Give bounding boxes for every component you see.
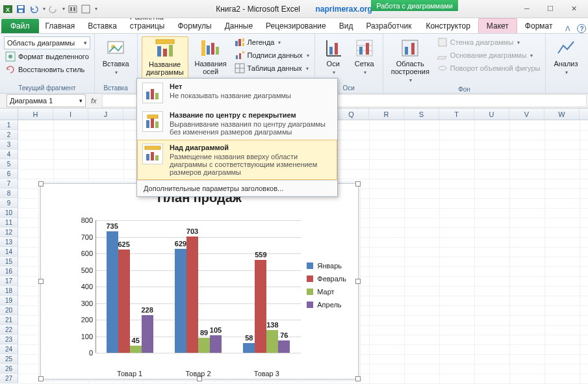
name-box[interactable]: Диаграмма 1▾ [6, 94, 86, 107]
row-header[interactable]: 27 [0, 374, 18, 383]
row-header[interactable]: 17 [0, 276, 18, 286]
tab-home[interactable]: Главная [39, 19, 82, 33]
row-header[interactable]: 2 [0, 130, 18, 140]
row-header[interactable]: 7 [0, 179, 18, 188]
fx-icon[interactable]: fx [91, 97, 97, 105]
chart-bar[interactable] [198, 338, 210, 353]
properties-button[interactable]: Свойства [585, 36, 588, 69]
dropdown-option-above[interactable]: Над диаграммойРазмещение названия вверху… [137, 140, 337, 180]
column-header[interactable]: S [404, 109, 439, 120]
row-header[interactable]: 26 [0, 364, 18, 374]
tab-review[interactable]: Рецензирование [259, 19, 333, 33]
chart-bar[interactable] [266, 330, 278, 353]
chart-bar[interactable] [107, 231, 118, 353]
column-header[interactable]: Q [334, 109, 369, 120]
reset-style-button[interactable]: Восстановить стиль [4, 64, 90, 75]
close-button[interactable]: ✕ [566, 5, 582, 13]
tab-design[interactable]: Конструктор [418, 19, 478, 33]
legend-item[interactable]: Март [307, 288, 346, 296]
tab-developer[interactable]: Разработчик [359, 19, 418, 33]
column-header[interactable]: T [439, 109, 474, 120]
dropdown-option-overlay[interactable]: Название по центру с перекрытиемВыравнив… [137, 107, 337, 140]
chart-bar[interactable] [118, 250, 130, 353]
legend-item[interactable]: Январь [307, 262, 346, 270]
row-header[interactable]: 22 [0, 325, 18, 335]
minimize-ribbon-icon[interactable]: ᐱ [565, 25, 570, 33]
row-header[interactable]: 1 [0, 120, 18, 130]
tab-view[interactable]: Вид [333, 19, 360, 33]
row-header[interactable]: 6 [0, 169, 18, 179]
dropdown-option-none[interactable]: НетНе показывать название диаграммы [137, 79, 337, 107]
data-table-button[interactable]: Таблица данных▾ [233, 62, 311, 74]
chart-plot-area[interactable]: 010020030040050060070080073562545228Това… [67, 216, 301, 366]
maximize-button[interactable]: ☐ [543, 5, 558, 13]
plot-area-button[interactable]: Область построения▾ [387, 36, 433, 86]
chart-resize-handle[interactable] [355, 181, 361, 186]
chart-bar[interactable] [142, 315, 153, 353]
chart-element-combo[interactable]: Область диаграммы▾ [4, 36, 90, 49]
row-header[interactable]: 8 [0, 188, 18, 198]
row-header[interactable]: 13 [0, 237, 18, 247]
row-header[interactable]: 20 [0, 305, 18, 315]
dropdown-more-options[interactable]: Дополнительные параметры заголовков... [137, 180, 337, 196]
row-header[interactable]: 23 [0, 335, 18, 344]
row-header[interactable]: 21 [0, 315, 18, 325]
help-icon[interactable]: ? [577, 24, 586, 33]
legend-button[interactable]: Легенда▾ [233, 36, 311, 48]
row-header[interactable]: 12 [0, 227, 18, 237]
chart-legend[interactable]: ЯнварьФевральМартАпрель [307, 262, 346, 314]
legend-item[interactable]: Февраль [307, 275, 346, 283]
data-labels-button[interactable]: Подписи данных▾ [233, 49, 311, 61]
chart-bar[interactable] [210, 335, 222, 353]
row-header[interactable]: 10 [0, 208, 18, 218]
chart-bar[interactable] [186, 237, 198, 353]
row-header[interactable]: 15 [0, 257, 18, 266]
chart-bar[interactable] [175, 249, 186, 353]
chart-bar[interactable] [130, 346, 142, 353]
embedded-chart[interactable]: План продаж 0100200300400500600700800735… [40, 183, 359, 379]
row-header[interactable]: 16 [0, 266, 18, 276]
column-header[interactable]: H [18, 109, 53, 120]
chart-resize-handle[interactable] [355, 376, 361, 381]
row-header[interactable]: 9 [0, 198, 18, 208]
save-icon[interactable] [16, 4, 26, 14]
qat-customize-icon[interactable]: ▾ [95, 6, 97, 12]
row-header[interactable]: 14 [0, 247, 18, 257]
row-header[interactable]: 19 [0, 296, 18, 305]
column-header[interactable]: W [544, 109, 580, 120]
tab-formulas[interactable]: Формулы [171, 19, 218, 33]
tab-insert[interactable]: Вставка [81, 19, 123, 33]
row-header[interactable]: 5 [0, 159, 18, 169]
axes-button[interactable]: Оси▾ [319, 36, 348, 78]
column-header[interactable]: I [53, 109, 88, 120]
gridlines-button[interactable]: Сетка▾ [350, 36, 379, 78]
insert-button[interactable]: Вставка▾ [99, 36, 133, 78]
chart-bar[interactable] [278, 340, 290, 353]
chart-resize-handle[interactable] [38, 376, 44, 381]
qat-icon-2[interactable] [81, 4, 91, 14]
qat-icon-1[interactable] [68, 4, 78, 14]
row-header[interactable]: 3 [0, 140, 18, 149]
chart-resize-handle[interactable] [38, 279, 44, 284]
row-header[interactable]: 4 [0, 149, 18, 159]
chart-bar[interactable] [255, 260, 266, 353]
row-header[interactable]: 25 [0, 354, 18, 364]
undo-icon[interactable] [29, 4, 39, 14]
chart-bar[interactable] [243, 343, 255, 353]
row-header[interactable]: 24 [0, 344, 18, 354]
column-header[interactable]: J [88, 109, 123, 120]
column-header[interactable]: V [509, 109, 544, 120]
analysis-button[interactable]: Анализ▾ [550, 36, 582, 78]
column-header[interactable]: U [474, 109, 509, 120]
tab-layout[interactable]: Макет [478, 18, 517, 33]
select-all-corner[interactable] [0, 109, 18, 120]
legend-item[interactable]: Апрель [307, 301, 346, 309]
chart-resize-handle[interactable] [355, 279, 361, 284]
undo-dropdown-icon[interactable]: ▾ [43, 6, 45, 12]
redo-dropdown-icon[interactable]: ▾ [62, 6, 65, 12]
column-header[interactable]: R [369, 109, 404, 120]
chart-resize-handle[interactable] [38, 181, 44, 186]
minimize-button[interactable]: ─ [519, 5, 535, 13]
tab-data[interactable]: Данные [218, 19, 259, 33]
tab-file[interactable]: Файл [1, 19, 39, 33]
